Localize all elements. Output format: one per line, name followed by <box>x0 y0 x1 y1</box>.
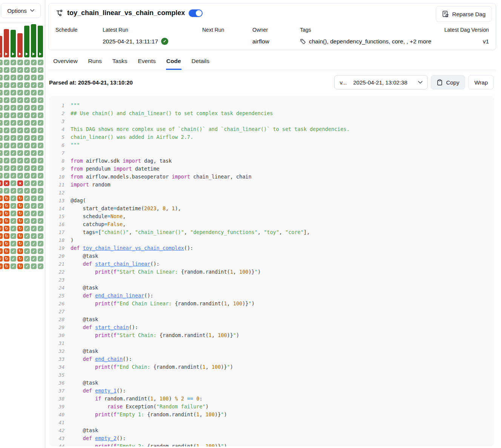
dag-run-bar[interactable] <box>4 29 9 57</box>
success-task-icon[interactable]: ✓ <box>24 128 30 133</box>
success-task-icon[interactable]: ✓ <box>11 203 16 209</box>
success-task-icon[interactable]: ✓ <box>11 82 16 88</box>
success-task-icon[interactable]: ✓ <box>11 165 16 171</box>
success-task-icon[interactable]: ✓ <box>17 75 23 80</box>
success-task-icon[interactable]: ✓ <box>31 120 37 126</box>
success-task-icon[interactable]: ✓ <box>38 165 43 171</box>
success-task-icon[interactable]: ✓ <box>31 263 37 269</box>
success-task-icon[interactable]: ✓ <box>0 105 3 111</box>
success-task-icon[interactable]: ✓ <box>31 188 37 194</box>
retry-task-icon[interactable]: ↻ <box>17 211 23 216</box>
success-task-icon[interactable]: ✓ <box>38 256 43 262</box>
success-task-icon[interactable]: ✓ <box>31 241 37 246</box>
success-task-icon[interactable]: ✓ <box>31 196 37 201</box>
success-task-icon[interactable]: ✓ <box>0 188 3 194</box>
success-task-icon[interactable]: ✓ <box>11 150 16 156</box>
success-task-icon[interactable]: ✓ <box>24 90 30 95</box>
reparse-dag-button[interactable]: Reparse Dag <box>436 6 492 22</box>
success-task-icon[interactable]: ✓ <box>11 97 16 103</box>
retry-task-icon[interactable]: ↻ <box>4 233 9 239</box>
success-task-icon[interactable]: ✓ <box>31 165 37 171</box>
success-task-icon[interactable]: ✓ <box>11 105 16 111</box>
copy-button[interactable]: Copy <box>431 75 465 89</box>
success-task-icon[interactable]: ✓ <box>31 135 37 141</box>
success-task-icon[interactable]: ✓ <box>17 165 23 171</box>
options-button[interactable]: Options <box>1 3 41 18</box>
success-task-icon[interactable]: ✓ <box>24 188 30 194</box>
success-task-icon[interactable]: ✓ <box>4 60 9 65</box>
success-task-icon[interactable]: ✓ <box>38 112 43 118</box>
success-task-icon[interactable]: ✓ <box>38 180 43 186</box>
success-task-icon[interactable]: ✓ <box>11 67 16 73</box>
success-task-icon[interactable]: ✓ <box>31 180 37 186</box>
wrap-button[interactable]: Wrap <box>468 75 494 89</box>
retry-task-icon[interactable]: ↻ <box>0 211 3 216</box>
success-task-icon[interactable]: ✓ <box>24 211 30 216</box>
success-task-icon[interactable]: ✓ <box>17 158 23 163</box>
success-task-icon[interactable]: ✓ <box>17 112 23 118</box>
success-task-icon[interactable]: ✓ <box>4 105 9 111</box>
dag-run-bar[interactable] <box>17 33 23 57</box>
success-task-icon[interactable]: ✓ <box>31 173 37 179</box>
failed-task-icon[interactable]: × <box>4 180 9 186</box>
success-task-icon[interactable]: ✓ <box>31 226 37 231</box>
success-task-icon[interactable]: ✓ <box>38 67 43 73</box>
success-task-icon[interactable]: ✓ <box>38 150 43 156</box>
success-task-icon[interactable]: ✓ <box>38 75 43 80</box>
dag-enabled-toggle[interactable] <box>189 9 203 17</box>
retry-task-icon[interactable]: ↻ <box>0 263 3 269</box>
retry-task-icon[interactable]: ↻ <box>0 256 3 262</box>
success-task-icon[interactable]: ✓ <box>31 218 37 224</box>
success-task-icon[interactable]: ✓ <box>11 233 16 239</box>
success-task-icon[interactable]: ✓ <box>17 82 23 88</box>
success-task-icon[interactable]: ✓ <box>31 97 37 103</box>
success-task-icon[interactable]: ✓ <box>38 173 43 179</box>
retry-task-icon[interactable]: ↻ <box>17 218 23 224</box>
success-task-icon[interactable]: ✓ <box>38 218 43 224</box>
tab-events[interactable]: Events <box>137 55 156 70</box>
success-task-icon[interactable]: ✓ <box>17 188 23 194</box>
success-task-icon[interactable]: ✓ <box>11 248 16 254</box>
success-task-icon[interactable]: ✓ <box>38 211 43 216</box>
success-task-icon[interactable]: ✓ <box>4 97 9 103</box>
retry-task-icon[interactable]: ↻ <box>0 218 3 224</box>
retry-task-icon[interactable]: ↻ <box>17 241 23 246</box>
dag-run-bar[interactable] <box>38 26 43 57</box>
tab-overview[interactable]: Overview <box>53 55 78 70</box>
dag-run-bar[interactable] <box>0 36 2 57</box>
retry-task-icon[interactable]: ↻ <box>17 248 23 254</box>
retry-task-icon[interactable]: ↻ <box>4 256 9 262</box>
success-task-icon[interactable]: ✓ <box>17 135 23 141</box>
success-task-icon[interactable]: ✓ <box>0 82 3 88</box>
success-task-icon[interactable]: ✓ <box>38 241 43 246</box>
success-task-icon[interactable]: ✓ <box>24 67 30 73</box>
success-task-icon[interactable]: ✓ <box>0 90 3 95</box>
success-task-icon[interactable]: ✓ <box>4 158 9 163</box>
success-task-icon[interactable]: ✓ <box>31 143 37 148</box>
success-task-icon[interactable]: ✓ <box>31 90 37 95</box>
success-task-icon[interactable]: ✓ <box>38 143 43 148</box>
success-task-icon[interactable]: ✓ <box>31 105 37 111</box>
success-task-icon[interactable]: ✓ <box>0 67 3 73</box>
success-task-icon[interactable]: ✓ <box>31 60 37 65</box>
retry-task-icon[interactable]: ↻ <box>17 226 23 231</box>
retry-task-icon[interactable]: ↻ <box>0 233 3 239</box>
success-task-icon[interactable]: ✓ <box>0 165 3 171</box>
success-task-icon[interactable]: ✓ <box>38 128 43 133</box>
success-task-icon[interactable]: ✓ <box>24 233 30 239</box>
success-task-icon[interactable]: ✓ <box>17 97 23 103</box>
success-task-icon[interactable]: ✓ <box>0 97 3 103</box>
retry-task-icon[interactable]: ↻ <box>17 263 23 269</box>
retry-task-icon[interactable]: ↻ <box>0 248 3 254</box>
success-task-icon[interactable]: ✓ <box>24 75 30 80</box>
success-task-icon[interactable]: ✓ <box>38 196 43 201</box>
success-task-icon[interactable]: ✓ <box>4 120 9 126</box>
success-task-icon[interactable]: ✓ <box>4 67 9 73</box>
success-task-icon[interactable]: ✓ <box>17 120 23 126</box>
success-task-icon[interactable]: ✓ <box>11 226 16 231</box>
success-task-icon[interactable]: ✓ <box>4 165 9 171</box>
success-task-icon[interactable]: ✓ <box>24 158 30 163</box>
success-task-icon[interactable]: ✓ <box>38 203 43 209</box>
success-task-icon[interactable]: ✓ <box>24 105 30 111</box>
success-task-icon[interactable]: ✓ <box>38 226 43 231</box>
